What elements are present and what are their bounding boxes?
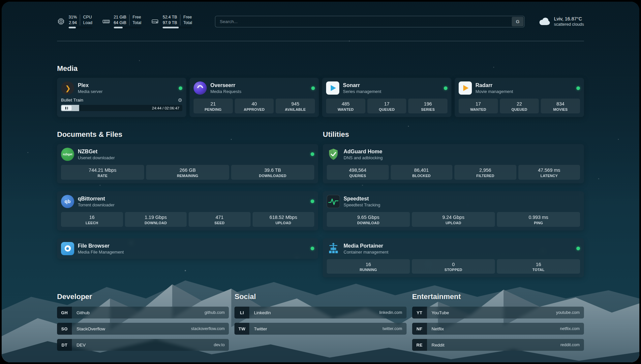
- stat-block: 1.19 Gbps DOWNLOAD: [125, 212, 187, 227]
- section-title-media: Media: [57, 64, 584, 73]
- stat-label: APPROVED: [236, 107, 273, 111]
- stat-label: BLOCKED: [392, 174, 452, 178]
- stat-value: 266 GB: [147, 167, 228, 173]
- stat-value: 40: [236, 101, 273, 107]
- bookmark-list: LI LinkedIn linkedin.com TW Twitter twit…: [234, 307, 406, 335]
- stat-value: 834: [542, 101, 579, 107]
- bookmark-domain: dev.to: [214, 339, 229, 351]
- bookmark-name: StackOverflow: [72, 323, 105, 335]
- ram-widget: 21 GiB 64 GiB Free Total: [102, 15, 141, 28]
- stat-value: 16: [328, 261, 409, 268]
- stat-label: SERIES: [409, 107, 446, 111]
- stat-label: STOPPED: [413, 268, 494, 272]
- top-bar: 31% 2.94 CPU Load: [57, 14, 584, 29]
- disk-widget: 52.4 TB 97.9 TB Free Total: [151, 15, 192, 28]
- service-card-plex[interactable]: ❯ Plex Media server Bullet Train ⚙: [57, 78, 186, 117]
- stat-block: 2,956 FILTERED: [454, 165, 516, 180]
- service-subtitle: Media Requests: [210, 89, 241, 94]
- status-dot-online: [311, 247, 314, 250]
- bookmark-group-entertainment: Entertainment YT YouTube youtube.com NF …: [412, 292, 584, 351]
- service-card-adguard[interactable]: AdGuard Home DNS and adblocking 498,564 …: [323, 144, 584, 183]
- bookmark-name: LinkedIn: [249, 307, 271, 318]
- bookmark-row[interactable]: GH Github github.com: [57, 307, 229, 318]
- stat-label: PENDING: [195, 107, 232, 111]
- cpu-icon: [57, 17, 65, 25]
- service-subtitle: DNS and adblocking: [344, 155, 383, 160]
- bookmark-abbr: TW: [234, 323, 249, 335]
- stat-block: 22 QUEUED: [500, 99, 539, 113]
- stat-label: DOWNLOAD: [328, 221, 409, 225]
- stat-block: 16 TOTAL: [497, 259, 580, 274]
- stat-label: RUNNING: [328, 268, 409, 272]
- service-card-filebrowser[interactable]: File Browser Media File Management: [57, 238, 318, 259]
- service-subtitle: Container management: [344, 250, 388, 255]
- stat-label: MOVIES: [542, 107, 579, 111]
- stat-block: 47.569 ms LATENCY: [518, 165, 580, 180]
- bookmark-row[interactable]: YT YouTube youtube.com: [412, 307, 584, 318]
- service-subtitle: Torrent downloader: [78, 202, 114, 207]
- pause-button[interactable]: [62, 106, 72, 110]
- service-card-portainer[interactable]: Media Portainer Container management 16 …: [323, 238, 584, 278]
- stat-value: 485: [327, 101, 364, 107]
- status-dot-online: [311, 152, 314, 156]
- search-input[interactable]: [215, 16, 525, 27]
- bookmark-list: YT YouTube youtube.com NF Netflix netfli…: [412, 307, 584, 351]
- stat-value: 86,401: [392, 167, 452, 173]
- stat-label: LEECH: [62, 221, 122, 225]
- stats-row: 498,564 QUERIES 86,401 BLOCKED 2,956 FIL…: [327, 161, 580, 180]
- section-title-developer: Developer: [57, 292, 229, 301]
- bookmark-name: Netflix: [427, 323, 444, 335]
- bookmark-row[interactable]: LI LinkedIn linkedin.com: [234, 307, 406, 318]
- stat-label: SEED: [190, 221, 250, 225]
- service-card-speedtest[interactable]: Speedtest Speedtest Tracking 9.65 Gbps D…: [323, 191, 584, 230]
- cpu-widget: 31% 2.94 CPU Load: [57, 15, 92, 28]
- service-card-sonarr[interactable]: Sonarr Series management 485 WANTED 17: [322, 78, 451, 117]
- playback-progress-bar[interactable]: 24:44 / 02:06:47: [61, 105, 182, 111]
- service-card-overseerr[interactable]: Overseerr Media Requests 21 PENDING 40: [190, 78, 319, 117]
- service-card-qbittorrent[interactable]: qb qBittorrent Torrent downloader 16: [57, 191, 318, 230]
- bookmark-row[interactable]: NF Netflix netflix.com: [412, 323, 584, 335]
- stat-block: 39.6 TB DOWNLOADED: [231, 165, 314, 180]
- plex-icon: ❯: [61, 81, 74, 95]
- bookmark-domain: github.com: [204, 307, 229, 318]
- disk-free: 52.4 TB: [163, 15, 177, 20]
- service-subtitle: Usenet downloader: [78, 155, 115, 160]
- disk-progress-bar: [163, 27, 192, 28]
- service-card-radarr[interactable]: Radarr Movie management 17 WANTED 22: [455, 78, 584, 117]
- weather-location-temp: Lviv, 16.87°C: [554, 16, 584, 21]
- status-dot-online: [311, 199, 314, 203]
- bookmark-abbr: SO: [57, 323, 72, 335]
- bookmark-domain: linkedin.com: [379, 307, 406, 318]
- utilities-column: Utilities: [323, 117, 584, 278]
- stat-value: 744.21 Mbps: [62, 167, 143, 173]
- status-dot-online: [179, 86, 182, 90]
- speedtest-icon: [327, 195, 340, 208]
- bookmark-row[interactable]: TW Twitter twitter.com: [234, 323, 406, 335]
- stat-block: 86,401 BLOCKED: [391, 165, 453, 180]
- search-provider-button[interactable]: G: [512, 17, 524, 26]
- weather-widget[interactable]: Lviv, 16.87°C scattered clouds: [538, 16, 584, 27]
- bookmark-row[interactable]: DT DEV dev.to: [57, 339, 229, 351]
- stat-label: DOWNLOADED: [232, 174, 313, 178]
- bookmark-row[interactable]: RE Reddit reddit.com: [412, 339, 584, 351]
- service-title: Radarr: [475, 82, 513, 89]
- service-card-nzbget[interactable]: nzbget NZBGet Usenet downloader 744.21 M…: [57, 144, 318, 183]
- status-dot-online: [576, 86, 580, 90]
- service-title: Overseerr: [210, 82, 241, 89]
- stat-block: 945 AVAILABLE: [276, 99, 315, 113]
- stat-value: 1.19 Gbps: [126, 214, 186, 221]
- ram-progress-bar: [114, 27, 141, 28]
- topbar-divider: [57, 41, 584, 41]
- bookmark-row[interactable]: SO StackOverflow stackoverflow.com: [57, 323, 229, 335]
- playback-time: 24:44 / 02:06:47: [152, 105, 179, 111]
- cpu-label: CPU: [83, 15, 92, 20]
- bookmark-domain: youtube.com: [556, 307, 584, 318]
- stats-row: 16 LEECH 1.19 Gbps DOWNLOAD 471 SEED 618…: [61, 208, 314, 227]
- gear-icon[interactable]: ⚙: [178, 98, 182, 103]
- stats-row: 485 WANTED 17 QUEUED 196 SERIES: [326, 95, 447, 113]
- stat-value: 471: [190, 214, 250, 221]
- service-title: File Browser: [78, 243, 124, 249]
- service-title: qBittorrent: [78, 196, 114, 202]
- bookmark-abbr: NF: [412, 323, 427, 335]
- stat-block: 40 APPROVED: [235, 99, 274, 113]
